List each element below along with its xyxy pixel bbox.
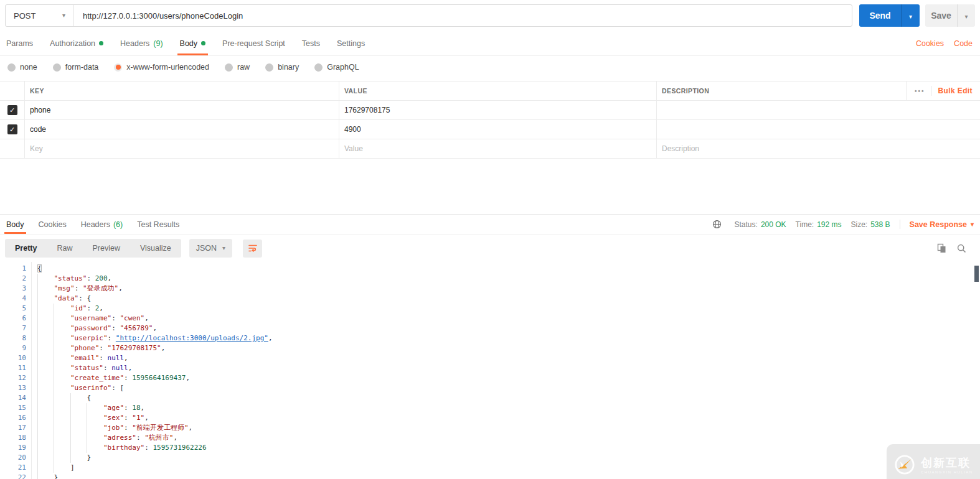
code-text[interactable]: "userinfo": [ [26, 383, 124, 393]
chuangxin-logo-icon [894, 454, 915, 475]
save-dropdown-button[interactable]: ▾ [957, 4, 975, 27]
tab-label: Headers [120, 39, 149, 48]
size-indicator: Size: 538 B [851, 220, 890, 229]
description-input-placeholder[interactable]: Description [657, 139, 980, 158]
row-checkbox[interactable]: ✓ [7, 124, 17, 134]
send-button[interactable]: Send [859, 4, 901, 27]
vertical-scrollbar[interactable] [974, 266, 979, 282]
wrap-lines-button[interactable] [243, 240, 262, 258]
format-select[interactable]: JSON ▾ [189, 239, 232, 258]
mode-label: GraphQL [327, 63, 359, 72]
tab-body[interactable]: Body [180, 31, 206, 55]
code-line: 11 "status": null, [0, 363, 980, 373]
response-tab-body[interactable]: Body [6, 215, 24, 234]
table-row: ✓ code 4900 [0, 120, 980, 139]
param-key[interactable]: code [25, 120, 339, 139]
param-key[interactable]: phone [25, 101, 339, 119]
code-text[interactable]: "age": 18, [26, 403, 144, 413]
method-select[interactable]: POST ▾ [6, 5, 74, 26]
code-text[interactable]: "password": "456789", [26, 323, 157, 333]
tab-headers[interactable]: Headers (9) [120, 31, 163, 55]
globe-icon[interactable] [712, 220, 722, 229]
param-description[interactable] [657, 120, 980, 139]
request-tabs: Params Authorization Headers (9) Body Pr… [0, 31, 980, 56]
code-lines: 1{2 "status": 200,3 "msg": "登录成功",4 "dat… [0, 262, 980, 479]
more-options-icon[interactable]: ••• [915, 88, 925, 95]
tab-settings[interactable]: Settings [337, 31, 365, 55]
line-number: 12 [0, 373, 26, 383]
view-pretty[interactable]: Pretty [5, 239, 47, 258]
code-text[interactable]: "create_time": 1595664169437, [26, 373, 190, 383]
code-text[interactable]: { [26, 393, 91, 403]
code-text[interactable]: "status": 200, [26, 274, 111, 284]
view-mode-switcher: Pretty Raw Preview Visualize [5, 239, 181, 258]
line-number: 3 [0, 284, 26, 294]
code-line: 7 "password": "456789", [0, 323, 980, 333]
mode-graphql[interactable]: GraphQL [314, 63, 359, 72]
view-preview[interactable]: Preview [82, 239, 130, 258]
bulk-edit-button[interactable]: Bulk Edit [938, 86, 973, 95]
code-text[interactable]: "msg": "登录成功", [26, 284, 123, 294]
watermark-subtext: CHUANGXIN HULIAN [921, 470, 973, 474]
chevron-down-icon: ▾ [222, 245, 225, 251]
indent-guide [87, 403, 87, 453]
save-button[interactable]: Save [925, 4, 957, 27]
code-text[interactable]: "adress": "杭州市", [26, 433, 177, 443]
row-checkbox[interactable]: ✓ [7, 105, 17, 115]
code-text[interactable]: "data": { [26, 294, 91, 304]
param-description[interactable] [657, 101, 980, 119]
key-column-header: KEY [25, 81, 339, 100]
response-tab-cookies[interactable]: Cookies [39, 215, 67, 234]
code-line: 4 "data": { [0, 294, 980, 304]
tab-params[interactable]: Params [6, 31, 33, 55]
code-text[interactable]: } [26, 473, 58, 479]
code-text[interactable]: "phone": "17629708175", [26, 343, 165, 353]
view-raw[interactable]: Raw [47, 239, 82, 258]
key-input-placeholder[interactable]: Key [25, 139, 339, 158]
param-value[interactable]: 4900 [339, 120, 657, 139]
send-dropdown-button[interactable]: ▾ [901, 4, 920, 27]
code-text[interactable]: "status": null, [26, 363, 132, 373]
value-column-header: VALUE [339, 81, 657, 100]
header-checkbox-cell [0, 81, 25, 100]
search-icon[interactable] [957, 244, 966, 253]
tab-authorization[interactable]: Authorization [50, 31, 103, 55]
mode-form-data[interactable]: form-data [53, 63, 99, 72]
code-text[interactable]: ] [26, 463, 75, 473]
tab-pre-request-script[interactable]: Pre-request Script [222, 31, 285, 55]
copy-icon[interactable] [937, 243, 946, 253]
save-response-button[interactable]: Save Response ▾ [910, 220, 974, 229]
code-text[interactable]: "birthday": 1595731962226 [26, 443, 207, 453]
line-number: 16 [0, 413, 26, 423]
code-text[interactable]: { [26, 264, 42, 274]
value-input-placeholder[interactable]: Value [339, 139, 657, 158]
code-text[interactable]: } [26, 453, 91, 463]
mode-raw[interactable]: raw [225, 63, 250, 72]
code-text[interactable]: "userpic": "http://localhost:3000/upload… [26, 333, 273, 343]
code-text[interactable]: "email": null, [26, 353, 128, 363]
cookies-link[interactable]: Cookies [916, 39, 944, 48]
response-tab-headers[interactable]: Headers (6) [81, 215, 123, 234]
table-actions: ••• Bulk Edit [907, 81, 980, 100]
mode-binary[interactable]: binary [265, 63, 299, 72]
mode-none[interactable]: none [7, 63, 37, 72]
response-body-json-viewer[interactable]: 1{2 "status": 200,3 "msg": "登录成功",4 "dat… [0, 262, 980, 479]
table-placeholder-row: Key Value Description [0, 139, 980, 159]
code-text[interactable]: "username": "cwen", [26, 314, 149, 323]
mode-label: x-www-form-urlencoded [126, 63, 209, 72]
table-header-row: KEY VALUE DESCRIPTION ••• Bulk Edit [0, 81, 980, 101]
url-input[interactable]: http://127.0.0.1:3000/users/phoneCodeLog… [74, 5, 852, 26]
response-tab-test-results[interactable]: Test Results [137, 215, 179, 234]
code-link[interactable]: Code [954, 39, 973, 48]
code-text[interactable]: "job": "前端开发工程师", [26, 423, 192, 433]
code-line: 14 { [0, 393, 980, 403]
code-line: 10 "email": null, [0, 353, 980, 363]
param-value[interactable]: 17629708175 [339, 101, 657, 119]
code-line: 18 "adress": "杭州市", [0, 433, 980, 443]
view-visualize[interactable]: Visualize [130, 239, 181, 258]
mode-x-www-form-urlencoded[interactable]: x-www-form-urlencoded [114, 63, 209, 72]
code-line: 22 } [0, 473, 980, 479]
tab-tests[interactable]: Tests [302, 31, 320, 55]
time-value: 192 ms [817, 220, 841, 229]
format-label: JSON [196, 244, 217, 253]
